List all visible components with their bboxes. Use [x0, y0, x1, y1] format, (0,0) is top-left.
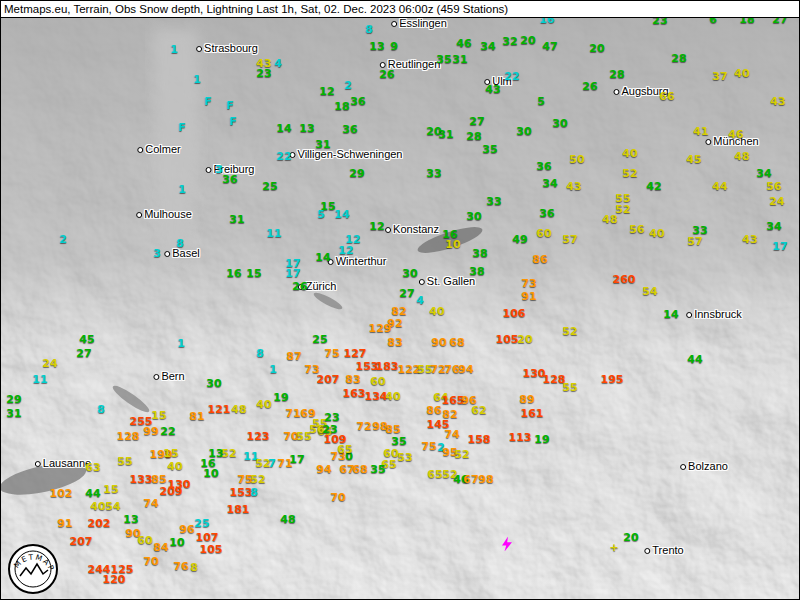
station-value: 65: [337, 443, 352, 456]
city-marker-icon: [137, 147, 143, 153]
station-value: 25: [312, 333, 327, 346]
station-value: 45: [686, 153, 701, 166]
station-value: 181: [227, 503, 250, 516]
city-label: Lausanne: [35, 457, 91, 469]
city-name: Strasbourg: [204, 42, 258, 54]
station-value: 26: [379, 68, 394, 81]
metmaps-window: Metmaps.eu, Terrain, Obs Snow depth, Lig…: [0, 0, 800, 600]
city-label: Strasbourg: [196, 42, 258, 54]
station-value: 202: [88, 517, 111, 530]
city-name: Winterthur: [336, 255, 387, 267]
station-value: 102: [50, 487, 73, 500]
station-value: 113: [509, 431, 532, 444]
station-value: 43: [742, 233, 757, 246]
station-value: 29: [6, 393, 21, 406]
station-value: 60: [137, 534, 152, 547]
station-value: 127: [344, 347, 367, 360]
station-value: 33: [486, 195, 501, 208]
station-value: 8: [97, 403, 105, 416]
station-value: 10: [203, 467, 218, 480]
station-value: 14: [334, 208, 349, 221]
station-value: 40: [256, 398, 271, 411]
station-value: 7: [268, 457, 276, 470]
station-value: 49: [512, 233, 527, 246]
city-label: Colmer: [137, 143, 180, 155]
city-name: St. Gallen: [427, 275, 475, 287]
station-value: 35: [370, 463, 385, 476]
station-value: 90: [431, 336, 446, 349]
station-value: 11: [32, 373, 47, 386]
city-marker-icon: [391, 21, 397, 27]
station-value: 106: [503, 307, 526, 320]
city-label: Bern: [153, 370, 184, 382]
station-value: 91: [521, 290, 536, 303]
station-value: 4: [274, 57, 282, 70]
station-value: 1: [269, 363, 277, 376]
station-value: 91: [57, 517, 72, 530]
station-value: 30: [516, 125, 531, 138]
station-value: 30: [206, 377, 221, 390]
station-value: 43: [770, 95, 785, 108]
station-value: 54: [642, 285, 657, 298]
station-value: 43: [566, 180, 581, 193]
station-value: 56: [766, 180, 781, 193]
station-value: 8: [176, 237, 184, 250]
city-name: Bern: [161, 370, 184, 382]
station-value: 13: [299, 122, 314, 135]
station-value: 161: [521, 407, 544, 420]
station-value: 260: [613, 273, 636, 286]
station-value: 76: [173, 560, 188, 573]
station-value: 34: [542, 177, 557, 190]
station-value: 2: [344, 79, 352, 92]
station-value: 20: [520, 34, 535, 47]
station-value: 94: [316, 463, 331, 476]
station-value: 34: [766, 220, 781, 233]
station-value: 34: [480, 40, 495, 53]
station-value: 98: [478, 473, 493, 486]
station-value: 42: [646, 180, 661, 193]
map-title: Metmaps.eu, Terrain, Obs Snow depth, Lig…: [1, 1, 799, 17]
station-value: 36: [536, 160, 551, 173]
city-marker-icon: [644, 548, 650, 554]
city-marker-icon: [705, 139, 711, 145]
station-value: 52: [221, 447, 236, 460]
station-value: 128: [117, 430, 140, 443]
station-value: 83: [387, 336, 402, 349]
station-value: 19: [534, 433, 549, 446]
station-value: 44: [687, 353, 702, 366]
city-marker-icon: [153, 374, 159, 380]
station-value: 23: [256, 67, 271, 80]
station-value: 70: [330, 491, 345, 504]
station-value: 25: [262, 180, 277, 193]
station-value: 50: [569, 153, 584, 166]
station-value: 19: [273, 391, 288, 404]
city-name: Zürich: [306, 280, 337, 292]
station-value: 30: [552, 117, 567, 130]
station-value: 73: [521, 277, 536, 290]
station-value: 71: [285, 407, 300, 420]
city-marker-icon: [385, 227, 391, 233]
city-label: Esslingen: [391, 17, 447, 29]
station-value: 13: [123, 513, 138, 526]
city-marker-icon: [206, 167, 212, 173]
city-marker-icon: [419, 279, 425, 285]
station-value: 48: [734, 150, 749, 163]
station-value: 195: [601, 373, 624, 386]
station-value: 65: [427, 468, 442, 481]
station-value: 87: [286, 350, 301, 363]
station-value: 33: [426, 167, 441, 180]
city-marker-icon: [680, 464, 686, 470]
terrain-relief: [1, 1, 800, 600]
station-value: 46: [728, 128, 743, 141]
station-value: 45: [79, 333, 94, 346]
metmaps-logo: METMAPS: [7, 543, 59, 595]
station-value: 94: [458, 363, 473, 376]
station-value: 14: [315, 251, 330, 264]
station-value: 31: [438, 128, 453, 141]
station-value: 8: [250, 486, 258, 499]
station-value: 40: [649, 227, 664, 240]
station-value: 134: [365, 390, 388, 403]
station-value: 5: [317, 208, 325, 221]
station-value: 29: [349, 167, 364, 180]
city-name: Konstanz: [393, 223, 439, 235]
